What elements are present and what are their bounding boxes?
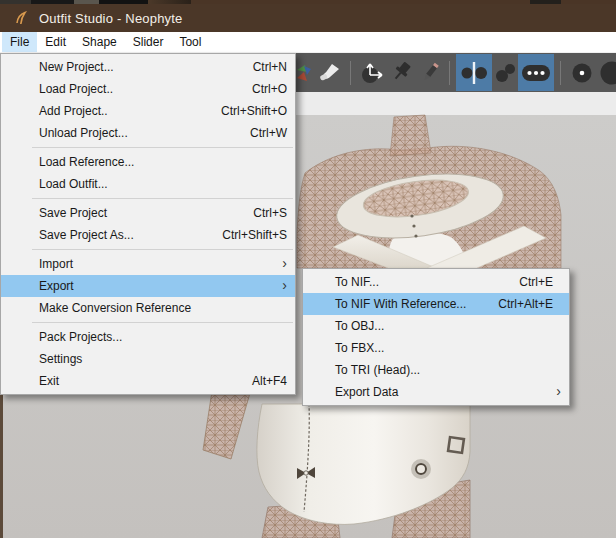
menu-item-shortcut: Ctrl+N [253, 60, 287, 74]
menu-item-label: To NIF... [335, 275, 379, 289]
menu-item-label: Make Conversion Reference [39, 301, 191, 315]
menu-item-label: Load Project.. [39, 82, 113, 96]
menubar-item-slider[interactable]: Slider [125, 32, 172, 52]
menu-item-shortcut: Ctrl+Alt+E [498, 297, 553, 311]
file-menu-item-export[interactable]: Export› [1, 275, 295, 297]
export-menu-item-to-obj[interactable]: To OBJ... [303, 315, 569, 337]
menubar-item-tool[interactable]: Tool [171, 32, 209, 52]
model-neck-mesh [390, 115, 431, 156]
toolbar-button-pencil[interactable] [417, 56, 443, 89]
palette-icon [297, 62, 315, 84]
file-menu-item-make-conversion-reference[interactable]: Make Conversion Reference [1, 297, 295, 319]
pin-icon [389, 60, 415, 86]
menu-item-label: Export Data [335, 385, 398, 399]
menu-item-label: Save Project [39, 206, 107, 220]
file-menu: New Project...Ctrl+NLoad Project..Ctrl+O… [0, 53, 296, 395]
menu-item-shortcut: Ctrl+Shift+S [222, 228, 287, 242]
toolbar-separator [560, 61, 561, 85]
file-menu-item-exit[interactable]: ExitAlt+F4 [1, 370, 295, 392]
menu-item-shortcut: Ctrl+O [252, 82, 287, 96]
titlebar: Outfit Studio - Neophyte [0, 4, 616, 32]
toolbar-button-palette[interactable] [296, 56, 316, 89]
menu-item-label: Unload Project... [39, 126, 128, 140]
file-menu-item-load-project[interactable]: Load Project..Ctrl+O [1, 78, 295, 100]
three-dots-icon [521, 61, 551, 85]
menu-separator [32, 198, 293, 199]
large-circle-icon [599, 60, 616, 86]
export-menu-item-to-tri-head[interactable]: To TRI (Head)... [303, 359, 569, 381]
menu-item-label: Import [39, 257, 73, 271]
menubar-item-shape[interactable]: Shape [74, 32, 125, 52]
menu-item-shortcut: Ctrl+S [253, 206, 287, 220]
menu-item-label: Settings [39, 352, 82, 366]
two-circles-divider-icon [460, 60, 488, 86]
file-menu-item-unload-project[interactable]: Unload Project...Ctrl+W [1, 122, 295, 144]
toolbar-button-brush[interactable] [316, 56, 344, 89]
menu-separator [32, 249, 293, 250]
export-menu-item-export-data[interactable]: Export Data› [303, 381, 569, 403]
menu-item-shortcut: Ctrl+E [519, 275, 553, 289]
app-logo-icon [12, 9, 30, 27]
menubar-item-edit[interactable]: Edit [37, 32, 74, 52]
toolbar-button-transform-axes[interactable] [357, 56, 387, 89]
file-menu-item-import[interactable]: Import› [1, 253, 295, 275]
menu-item-label: Export [39, 279, 74, 293]
export-submenu: To NIF...Ctrl+ETo NIF With Reference...C… [302, 268, 570, 406]
menubar: FileEditShapeSliderTool [0, 32, 616, 53]
menu-item-label: New Project... [39, 60, 114, 74]
file-menu-item-settings[interactable]: Settings [1, 348, 295, 370]
overlapping-circles-icon [493, 61, 517, 85]
menu-item-label: Pack Projects... [39, 330, 122, 344]
file-menu-item-pack-projects[interactable]: Pack Projects... [1, 326, 295, 348]
brush-icon [318, 61, 342, 85]
file-menu-item-save-project-as[interactable]: Save Project As...Ctrl+Shift+S [1, 224, 295, 246]
menu-item-label: Load Outfit... [39, 177, 108, 191]
menu-item-label: To TRI (Head)... [335, 363, 420, 377]
menu-separator [32, 147, 293, 148]
menu-item-label: Load Reference... [39, 155, 134, 169]
export-menu-item-to-nif[interactable]: To NIF...Ctrl+E [303, 271, 569, 293]
menu-item-label: To FBX... [335, 341, 384, 355]
submenu-arrow-icon: › [282, 255, 287, 271]
file-menu-item-load-reference[interactable]: Load Reference... [1, 151, 295, 173]
file-menu-item-new-project[interactable]: New Project...Ctrl+N [1, 56, 295, 78]
toolbar-button-overlapping-circles[interactable] [492, 56, 518, 89]
export-menu-item-to-nif-with-reference[interactable]: To NIF With Reference...Ctrl+Alt+E [303, 293, 569, 315]
toolbar-button-three-dots[interactable] [518, 54, 554, 91]
submenu-arrow-icon: › [556, 383, 561, 399]
file-menu-item-save-project[interactable]: Save ProjectCtrl+S [1, 202, 295, 224]
submenu-arrow-icon: › [282, 277, 287, 293]
transform-axes-icon [359, 60, 385, 86]
file-menu-item-add-project[interactable]: Add Project..Ctrl+Shift+O [1, 100, 295, 122]
menubar-item-file[interactable]: File [2, 32, 37, 52]
toolbar-button-circle-dot[interactable] [567, 56, 597, 89]
menu-item-label: Exit [39, 374, 59, 388]
menu-item-shortcut: Alt+F4 [252, 374, 287, 388]
menu-item-label: Add Project.. [39, 104, 108, 118]
toolbar-separator [350, 61, 351, 85]
menu-item-label: Save Project As... [39, 228, 134, 242]
menu-separator [32, 322, 293, 323]
menu-item-shortcut: Ctrl+W [250, 126, 287, 140]
window-left-edge [0, 395, 3, 538]
circle-dot-icon [570, 61, 594, 85]
toolbar-separator [449, 61, 450, 85]
toolbar-buttons [296, 53, 616, 92]
menu-item-label: To OBJ... [335, 319, 384, 333]
file-menu-item-load-outfit[interactable]: Load Outfit... [1, 173, 295, 195]
toolbar-button-pin[interactable] [387, 56, 417, 89]
toolbar-button-large-circle[interactable] [597, 56, 616, 89]
toolbar-button-two-circles-divider[interactable] [456, 54, 492, 91]
window-title: Outfit Studio - Neophyte [39, 11, 183, 26]
export-menu-item-to-fbx[interactable]: To FBX... [303, 337, 569, 359]
menu-item-shortcut: Ctrl+Shift+O [221, 104, 287, 118]
pencil-icon [418, 61, 442, 85]
menu-item-label: To NIF With Reference... [335, 297, 466, 311]
outfit-studio-window: Outfit Studio - Neophyte FileEditShapeSl… [0, 0, 616, 538]
